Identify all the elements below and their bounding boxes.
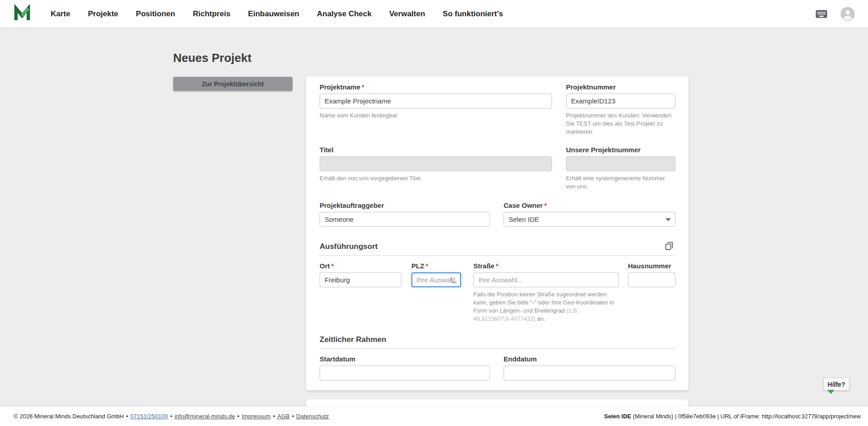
hausnummer-input[interactable] [628,272,675,287]
startdatum-label: Startdatum [320,355,490,363]
footer-separator: • [170,413,172,420]
required-asterisk: * [496,262,499,270]
projektnummer-helper: Projektnummer des Kunden. Verwenden Sie … [566,112,675,136]
section-ausfuehrungsort: Ausführungsort [320,242,675,256]
navbar-right [815,6,855,22]
copy-icon[interactable] [663,239,675,254]
startdatum-input[interactable] [320,365,490,380]
footer-separator: • [237,413,240,420]
footer-session-info: Selen IDE (Mineral Minds) | 0f58e7eb093e… [604,413,861,420]
nav-item-projekte[interactable]: Projekte [88,9,118,19]
nav-item-verwalten[interactable]: Verwalten [389,9,425,19]
field-startdatum: Startdatum [320,355,490,380]
ausfuehrungsort-title: Ausführungsort [320,242,675,251]
field-plz: PLZ* [411,262,461,287]
unsere-projektnummer-helper: Erhält eine systemgenerierte Nummer von … [566,174,675,191]
plz-label: PLZ* [411,262,461,270]
loading-spinner-icon [451,276,458,283]
page-title: Neues Projekt [173,51,251,65]
field-strasse: Straße* Falls die Position keiner Straße… [473,262,619,323]
projektnummer-label: Projektnummer [566,83,675,91]
required-asterisk: * [362,83,364,91]
user-avatar[interactable] [840,6,855,22]
nav-item-karte[interactable]: Karte [51,9,70,19]
nav-item-einbauweisen[interactable]: Einbauweisen [248,9,299,19]
field-unsere-projektnummer: Unsere Projektnummer Erhält eine systemg… [566,146,675,191]
nav-item-richtpreis[interactable]: Richtpreis [193,9,230,19]
projektname-label: Projektname* [320,83,552,91]
keyboard-icon[interactable] [815,7,828,21]
footer-separator: • [126,413,128,420]
field-ort: Ort* [320,262,401,287]
enddatum-input[interactable] [504,365,675,380]
case-owner-label: Case Owner* [504,201,675,210]
field-hausnummer: Hausnummer [628,262,675,287]
ort-input[interactable] [320,272,401,287]
unsere-projektnummer-input [566,156,675,171]
enddatum-label: Enddatum [504,355,675,363]
strasse-label: Straße* [473,262,619,270]
impressum-link[interactable]: Impressum [241,413,270,420]
session-user: Selen IDE [604,413,631,420]
main-navigation: Karte Projekte Positionen Richtpreis Ein… [51,9,503,19]
projektauftraggeber-label: Projektauftraggeber [320,201,490,210]
mineral-minds-logo[interactable] [13,5,32,23]
strasse-input[interactable] [473,272,619,287]
field-case-owner: Case Owner* Selen IDE [504,201,675,227]
case-owner-select[interactable]: Selen IDE [504,212,675,227]
project-overview-button[interactable]: Zur Projektübersicht [173,77,292,91]
session-details: (Mineral Minds) | 0f58e7eb093e | URL of … [631,413,861,420]
new-project-form-card: Projektname* Name vom Kunden festlegbar … [306,76,689,390]
help-button[interactable]: Hilfe? [823,378,849,391]
hausnummer-label: Hausnummer [628,262,675,270]
copyright-text: © 2026 Mineral Minds Deutschland GmbH [14,413,124,420]
app-screen: Karte Projekte Positionen Richtpreis Ein… [0,0,868,426]
section-divider [320,348,675,349]
field-projektname: Projektname* Name vom Kunden festlegbar [320,83,552,120]
unsere-projektnummer-label: Unsere Projektnummer [566,146,675,154]
footer: © 2026 Mineral Minds Deutschland GmbH • … [0,407,868,426]
datenschutz-link[interactable]: Datenschutz [296,413,329,420]
footer-separator: • [292,413,294,420]
section-divider [320,255,675,256]
nav-item-so-funktionierts[interactable]: So funktioniert's [443,9,503,19]
chevron-down-icon [665,218,671,221]
footer-separator: • [273,413,275,420]
case-owner-value: Selen IDE [509,215,539,223]
titel-input [320,156,552,171]
zeitlicher-rahmen-title: Zeitlicher Rahmen [320,335,675,344]
agb-link[interactable]: AGB [277,413,289,420]
titel-helper: Erhält den von uns vorgegebenen Titel. [320,174,552,183]
nav-item-positionen[interactable]: Positionen [136,9,175,19]
required-asterisk: * [331,262,334,270]
field-titel: Titel Erhält den von uns vorgegebenen Ti… [320,146,552,183]
field-projektnummer: Projektnummer Projektnummer des Kunden. … [566,83,675,136]
logo-icon [13,5,32,23]
section-zeitlicher-rahmen: Zeitlicher Rahmen [320,335,675,349]
projektname-input[interactable] [320,94,552,108]
required-asterisk: * [425,262,428,270]
footer-left: © 2026 Mineral Minds Deutschland GmbH • … [14,413,329,420]
field-projektauftraggeber: Projektauftraggeber [320,201,490,227]
phone-link[interactable]: 07151/250100 [130,413,168,420]
email-link[interactable]: info@mineral-minds.de [175,413,235,420]
required-asterisk: * [544,201,547,209]
projektnummer-input[interactable] [566,94,675,108]
top-navbar: Karte Projekte Positionen Richtpreis Ein… [0,0,868,28]
titel-label: Titel [320,146,552,154]
projektauftraggeber-input[interactable] [320,212,490,227]
field-enddatum: Enddatum [504,355,675,380]
ort-label: Ort* [320,262,401,270]
strasse-helper: Falls die Position keiner Straße zugeord… [473,290,619,323]
nav-item-analyse-check[interactable]: Analyse Check [317,9,372,19]
projektname-helper: Name vom Kunden festlegbar [320,112,552,120]
